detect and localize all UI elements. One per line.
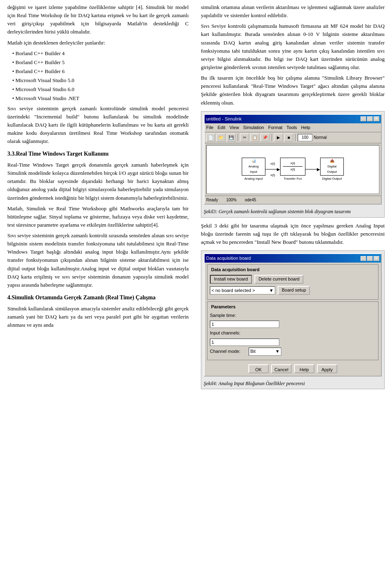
bullet-list: Borland C++ Builder 4 Borland C++ Builde… <box>12 49 189 103</box>
daq-buttons-row: Install new board Delete current board <box>210 275 376 284</box>
apply-button[interactable]: Apply <box>317 364 337 373</box>
daq-params-section-title: Parameters <box>210 303 237 310</box>
analog-input-sublabel: Analog Input <box>245 176 263 181</box>
menu-edit[interactable]: Edit <box>218 124 225 131</box>
arrow2: x ▶ x <box>305 161 320 178</box>
daq-minimize[interactable]: ─ <box>361 256 366 261</box>
left-para4: Real-Time Windows Target gerçek donanıml… <box>7 161 189 202</box>
arrow1-top-label: x(t) <box>270 161 275 166</box>
left-para6: Sıvı seviye sisteminin gerçek zamanlı ko… <box>7 232 189 289</box>
figure2-caption: Şekil4: Analog Input Bloğunun Özellikler… <box>201 379 384 389</box>
sample-time-input[interactable] <box>210 321 279 328</box>
save-button[interactable]: 💾 <box>227 134 236 142</box>
channel-mode-dropdown[interactable]: Bit ▼ <box>249 348 281 356</box>
analog-input-block[interactable]: 📊 AnalogInput <box>242 158 265 176</box>
daq-dialog: Data acquisition board ─ □ ✕ Data acquis… <box>204 253 382 376</box>
figure2-container: Data acquisition board ─ □ ✕ Data acquis… <box>201 250 385 389</box>
menu-format[interactable]: Format <box>268 124 283 131</box>
toolbar-separator <box>238 134 238 141</box>
figure2-caption-text: Şekil4: Analog Input Bloğunun Özellikler… <box>204 381 305 386</box>
right-para1: simulink ortamına alınan verilerin aktar… <box>201 3 385 20</box>
sample-time-row: Sample time: <box>210 312 376 319</box>
simulink-toolbar: 📄 📁 💾 ✂ 📋 📌 ▶ ■ 100 Normal <box>205 132 381 143</box>
input-channels-input-row <box>210 339 376 346</box>
simulink-title: untitled - Simulink <box>206 116 242 123</box>
list-item: Borland C++ Builder 4 <box>12 49 189 58</box>
right-para4: Şekil 3 deki gibi bir tasarıma ulaşmak i… <box>201 222 385 246</box>
stop-button[interactable]: ■ <box>284 134 293 142</box>
analog-input-group: 📊 AnalogInput Analog Input <box>242 158 265 181</box>
board-select-dropdown[interactable]: < no board selected > ▼ <box>210 286 275 294</box>
transfer-fcn-block[interactable]: x(t) x(t) <box>280 158 305 176</box>
daq-board-section: Data acquisition board Install new board… <box>207 264 379 300</box>
play-button[interactable]: ▶ <box>274 134 283 142</box>
daq-titlebar: Data acquisition board ─ □ ✕ <box>205 254 381 263</box>
open-button[interactable]: 📁 <box>216 134 225 142</box>
analog-input-label: AnalogInput <box>249 164 259 174</box>
sample-time-input-row <box>210 321 376 328</box>
channel-mode-value: Bit <box>250 348 256 355</box>
channel-mode-row: Channel mode: Bit ▼ <box>210 348 376 356</box>
simulink-window: untitled - Simulink ─ □ ✕ File Edit View… <box>204 114 382 205</box>
ok-button[interactable]: OK <box>248 364 269 373</box>
page: değişimi ve işaret izleme yapabilme özel… <box>0 0 392 397</box>
input-channels-input[interactable] <box>210 339 279 346</box>
daq-close[interactable]: ✕ <box>374 256 379 261</box>
channel-mode-arrow-icon: ▼ <box>275 348 280 355</box>
input-channels-row: Input channels: <box>210 330 376 337</box>
daq-dropdown-row: < no board selected > ▼ Board setup <box>210 286 376 295</box>
copy-button[interactable]: 📋 <box>250 134 259 142</box>
channel-mode-label: Channel mode: <box>210 348 249 355</box>
daq-board-section-title: Data acquisition board <box>210 266 261 273</box>
board-setup-button[interactable]: Board setup <box>278 286 310 295</box>
cut-button[interactable]: ✂ <box>240 134 249 142</box>
paste-button[interactable]: 📌 <box>261 134 270 142</box>
minimize-button[interactable]: ─ <box>361 116 366 121</box>
titlebar-buttons: ─ □ ✕ <box>361 116 379 121</box>
left-para3: Sıvı seviye sisteminin gerçek zamanlı ko… <box>7 105 189 146</box>
daq-titlebar-buttons: ─ □ ✕ <box>361 256 379 261</box>
menu-simulation[interactable]: Simulation <box>243 124 264 131</box>
menu-help[interactable]: Help <box>301 124 310 131</box>
arrow1-line <box>265 169 277 169</box>
install-new-board-button[interactable]: Install new board <box>210 275 252 284</box>
simulink-menubar: File Edit View Simulation Format Tools H… <box>205 123 381 132</box>
dropdown-arrow-icon: ▼ <box>269 287 274 294</box>
right-para2: Sıvı Seviye kontrolü çalışmamızda humuso… <box>201 22 385 71</box>
menu-file[interactable]: File <box>206 124 214 131</box>
daq-bottom-buttons: OK Cancel Help Apply <box>205 362 381 376</box>
daq-params-section: Parameters Sample time: Input channels: <box>207 301 379 360</box>
daq-title: Data acquisition board <box>206 255 251 262</box>
menu-tools[interactable]: Tools <box>287 124 297 131</box>
section-heading-2: 4.Simulink Ortamında Gerçek Zamanlı (Rea… <box>7 293 189 302</box>
time-input[interactable]: 100 <box>298 134 312 141</box>
block-icon: 📊 <box>252 158 256 164</box>
arrow1-line-container: ▶ <box>265 166 280 173</box>
close-button[interactable]: ✕ <box>374 116 379 121</box>
board-dropdown-value: < no board selected > <box>212 287 255 294</box>
right-column: simulink ortamına alınan verilerin aktar… <box>196 0 392 397</box>
daq-maximize[interactable]: □ <box>367 256 373 261</box>
mode-select[interactable]: Normal <box>314 134 327 141</box>
arrow1-head: ▶ <box>277 166 280 173</box>
help-button[interactable]: Help <box>294 364 314 373</box>
figure1-caption: Şekil3: Gerçek zamanlı kontrolü sağlanan… <box>201 207 384 217</box>
cancel-button[interactable]: Cancel <box>271 364 292 373</box>
list-item: Microsoft Visual Studio .NET <box>12 94 189 103</box>
digital-output-block[interactable]: 📤 DigitalOutput <box>320 158 344 176</box>
digital-output-sublabel: Digital Output <box>322 176 342 181</box>
list-item: Microsoft Visual Studio 6.0 <box>12 85 189 94</box>
input-channels-label: Input channels: <box>210 330 249 337</box>
arrow1-bot-label: x(t) <box>270 173 275 178</box>
transfer-numerator: x(t) <box>283 161 303 167</box>
maximize-button[interactable]: □ <box>367 116 373 121</box>
figure1-container: untitled - Simulink ─ □ ✕ File Edit View… <box>201 111 385 218</box>
status-solver: ode45 <box>245 197 256 203</box>
new-button[interactable]: 📄 <box>206 134 215 142</box>
delete-current-board-button[interactable]: Delete current board <box>254 275 303 284</box>
menu-view[interactable]: View <box>229 124 239 131</box>
left-para1: değişimi ve işaret izleme yapabilme özel… <box>7 3 189 36</box>
digital-output-label: DigitalOutput <box>327 164 337 174</box>
simulink-statusbar: Ready 100% ode45 <box>205 196 381 204</box>
left-column: değişimi ve işaret izleme yapabilme özel… <box>0 0 196 397</box>
